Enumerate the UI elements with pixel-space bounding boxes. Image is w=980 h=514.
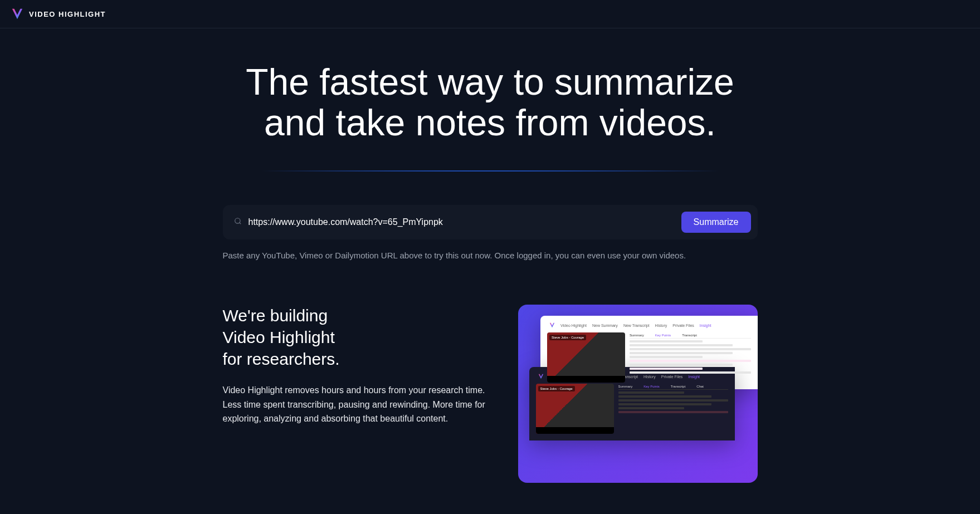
mockup-text-line	[630, 344, 733, 346]
mockup-nav-item: Insight	[700, 324, 711, 327]
mockup-tab: Summary	[630, 334, 644, 337]
mockup-nav-item: Private Files	[661, 375, 683, 379]
mockup-nav-item: New Summary	[592, 324, 618, 327]
mockup-tabs: Summary Key Points Transcript Chat	[618, 384, 728, 390]
mockup-text-line	[618, 391, 684, 394]
mockup-text-line	[630, 340, 703, 342]
mockup-tab: Transcript	[682, 334, 696, 337]
mockup-body: Steve Jobs - Courage Summary Key Points …	[534, 381, 730, 436]
search-hint: Paste any YouTube, Vimeo or Dailymotion …	[223, 251, 758, 260]
feature-title-line1: We're building	[223, 306, 328, 325]
mockup-text-line	[618, 399, 728, 402]
feature-visual: Video Highlight New Summary New Transcri…	[518, 305, 758, 483]
mockup-nav-item: New Transcript	[623, 324, 650, 327]
main-content: The fastest way to summarize and take no…	[212, 28, 769, 514]
mockup-highlight-line	[618, 411, 728, 413]
mockup-app-name: Video Highlight	[560, 324, 587, 327]
hero-title: The fastest way to summarize and take no…	[223, 62, 758, 143]
mockup-text-line	[630, 352, 733, 354]
feature-text-block: We're building Video Highlight for resea…	[223, 305, 490, 426]
divider-glow	[223, 170, 758, 172]
mockup-video-column: Steve Jobs - Courage	[547, 332, 625, 383]
mockup-tab: Summary	[618, 385, 633, 388]
mockup-highlight-line	[630, 368, 703, 370]
mockup-video-player: Steve Jobs - Courage	[536, 384, 614, 434]
logo-icon	[11, 8, 23, 20]
brand-logo[interactable]: VIDEO HIGHLIGHT	[11, 8, 106, 20]
mockup-header: Video Highlight New Summary New Transcri…	[545, 320, 753, 330]
logo-icon	[549, 322, 555, 328]
mockup-tabs: Summary Key Points Transcript	[630, 332, 751, 339]
mockup-nav-item: History	[643, 375, 656, 379]
mockup-video-column: Steve Jobs - Courage	[536, 384, 614, 434]
mockup-tab: Key Points	[655, 334, 671, 337]
feature-description: Video Highlight removes hours and hours …	[223, 383, 490, 426]
url-input[interactable]	[248, 217, 675, 227]
mockup-text-line	[630, 371, 751, 374]
mockup-highlight-line	[630, 360, 751, 362]
mockup-nav-item: Private Files	[672, 324, 694, 327]
mockup-video-controls	[547, 376, 625, 383]
mockup-text-line	[630, 364, 733, 366]
mockup-video-title: Steve Jobs - Courage	[549, 335, 586, 340]
feature-section: We're building Video Highlight for resea…	[223, 305, 758, 483]
mockup-tab: Transcript	[671, 385, 685, 388]
mockup-text-line	[618, 407, 684, 409]
mockup-video-controls	[536, 427, 614, 434]
feature-title: We're building Video Highlight for resea…	[223, 305, 490, 370]
mockup-nav-item: Insight	[688, 375, 700, 379]
app-header: VIDEO HIGHLIGHT	[0, 0, 980, 28]
feature-title-line2: Video Highlight	[223, 328, 335, 346]
mockup-text-line	[618, 395, 711, 398]
mockup-video-player: Steve Jobs - Courage	[547, 332, 625, 383]
brand-name: VIDEO HIGHLIGHT	[29, 10, 106, 18]
feature-title-line3: for researchers.	[223, 350, 340, 368]
search-container: Summarize	[223, 205, 758, 239]
mockup-text-line	[630, 356, 703, 358]
mockup-tab: Chat	[696, 385, 704, 388]
svg-line-1	[239, 223, 241, 224]
svg-point-0	[235, 218, 240, 223]
mockup-video-title: Steve Jobs - Courage	[538, 386, 575, 391]
summarize-button[interactable]: Summarize	[681, 212, 751, 233]
mockup-text-line	[618, 403, 711, 405]
logo-icon	[538, 374, 544, 379]
search-icon	[230, 217, 242, 227]
mockup-text-line	[630, 348, 751, 350]
mockup-nav-item: History	[655, 324, 667, 327]
mockup-content: Summary Key Points Transcript Chat	[618, 384, 728, 434]
mockup-tab: Key Points	[643, 385, 660, 388]
